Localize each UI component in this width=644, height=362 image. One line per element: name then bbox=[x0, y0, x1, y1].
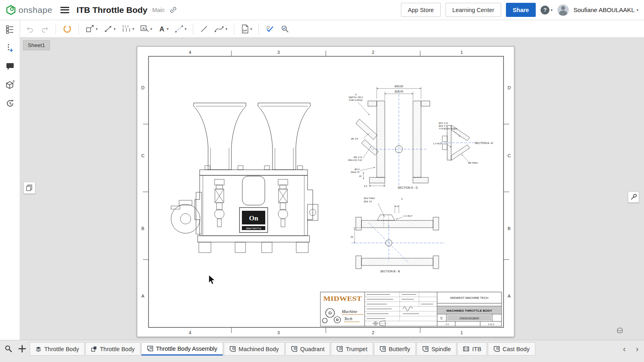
gears-icon bbox=[322, 309, 341, 323]
chevron-down-icon: ▾ bbox=[167, 27, 169, 31]
drawing-icon bbox=[147, 346, 153, 352]
note-d33-1: Ø3.3 bbox=[355, 168, 359, 171]
measure-check-button[interactable] bbox=[279, 23, 292, 35]
insert-view-button[interactable]: ▾ bbox=[84, 23, 99, 35]
spline-button[interactable]: ▾ bbox=[213, 23, 229, 35]
sheet-count: 1 of 2 bbox=[488, 323, 494, 325]
tab-spindle[interactable]: Spindle bbox=[417, 342, 456, 356]
scroll-tabs-left-button[interactable]: ‹ bbox=[619, 343, 630, 355]
line-button[interactable] bbox=[198, 23, 210, 35]
onshape-logo[interactable]: onshape bbox=[6, 5, 52, 15]
tab-label: Spindle bbox=[431, 346, 451, 352]
dim-bore-dia: Ø29.99 bbox=[395, 90, 403, 93]
insert-point-button[interactable] bbox=[5, 43, 15, 53]
sheet-border bbox=[143, 51, 509, 333]
dim-outer-dia: Ø43.69 bbox=[395, 85, 403, 88]
projection-symbol bbox=[372, 321, 388, 326]
chevron-down-icon: ▾ bbox=[96, 27, 98, 31]
learning-center-button[interactable]: Learning Center bbox=[446, 3, 501, 17]
callout-button[interactable]: A ▾ bbox=[138, 23, 154, 35]
sketch-check-button[interactable] bbox=[264, 23, 277, 35]
tab-butterfly[interactable]: Butterfly bbox=[374, 342, 416, 356]
dimension-button[interactable]: ▾ bbox=[102, 23, 118, 35]
svg-text:A: A bbox=[142, 26, 145, 30]
zone-col-label: 3 bbox=[277, 330, 280, 335]
note-d5-2: M6x1.00 ↧10 bbox=[348, 159, 362, 161]
release-stamp-icon[interactable] bbox=[614, 326, 625, 336]
dim-16: 16 bbox=[359, 175, 361, 177]
tab-throttle-body-assembly[interactable]: Throttle Body bbox=[85, 342, 140, 356]
drawing-icon bbox=[229, 346, 236, 352]
video-icon bbox=[463, 346, 469, 352]
section-bb-view[interactable]: Ø14 THRU Ø16 ↧5 5 1 X 45.0° 39 SECTION B… bbox=[351, 197, 445, 273]
workspace-label[interactable]: Main bbox=[152, 7, 164, 13]
ordinate-dimension-button[interactable]: 0 1 2 ▾ bbox=[120, 23, 136, 35]
tab-scroll-controls: ‹ › bbox=[617, 342, 642, 356]
aa-note-1: Ø13 ↧12 bbox=[439, 122, 448, 124]
drawing-canvas[interactable]: Sheet1 4 3 2 1 bbox=[20, 38, 644, 340]
top-bar: onshape ITB Throttle Body Main App Store… bbox=[0, 0, 644, 20]
drawing-icon bbox=[422, 346, 429, 352]
tab-label: Butterfly bbox=[389, 346, 410, 352]
zone-col-label: 4 bbox=[189, 50, 191, 55]
front-view[interactable]: On 45MM THROTTLE bbox=[171, 103, 318, 253]
document-title: ITB Throttle Body bbox=[76, 5, 147, 15]
zone-col-label: 4 bbox=[189, 330, 191, 335]
zone-row-label: C bbox=[508, 153, 511, 158]
drawing-icon bbox=[493, 346, 500, 352]
sheets-panel-toggle[interactable] bbox=[23, 182, 35, 194]
sheet-tab[interactable]: Sheet1 bbox=[23, 40, 50, 50]
user-menu[interactable]: Soufiane ABOULAAKL ▾ bbox=[574, 6, 638, 13]
centerline-button[interactable]: ▾ bbox=[173, 23, 188, 35]
logo-machine-text: Machine bbox=[341, 309, 357, 314]
parts-lookup-button[interactable]: ? bbox=[5, 80, 15, 90]
menu-icon[interactable] bbox=[60, 7, 69, 13]
help-icon: ? bbox=[541, 6, 549, 14]
aa-d9-thru: Ø9 THRU bbox=[468, 162, 478, 164]
signature-scribble bbox=[403, 307, 413, 311]
redo-button[interactable] bbox=[39, 23, 51, 35]
chevron-down-icon: ▾ bbox=[132, 27, 134, 31]
tab-itb-video[interactable]: ITB bbox=[457, 342, 487, 356]
update-versions-button[interactable] bbox=[61, 23, 74, 35]
tab-throttle-body-partstudio[interactable]: Throttle Body bbox=[30, 342, 85, 356]
tab-cast-body[interactable]: Cast Body bbox=[488, 342, 535, 356]
assembly-icon bbox=[91, 346, 97, 352]
share-link-icon[interactable] bbox=[169, 6, 177, 14]
tab-throttle-body-assembly-drawing[interactable]: Throttle Body Assembly bbox=[141, 342, 223, 356]
sheet-size: C bbox=[440, 316, 443, 320]
title-block[interactable]: MIDWEST Machine Tech MIDWEST MACHINE TEC… bbox=[320, 292, 502, 326]
section-aa-view[interactable]: Ø13 ↧12 Ø16 ↧7 TYP BOTH SIDES 1 X 45.0° … bbox=[433, 122, 493, 164]
comments-button[interactable] bbox=[5, 61, 15, 72]
tab-trumpet[interactable]: Trumpet bbox=[331, 342, 373, 356]
tab-machined-body[interactable]: Machined Body bbox=[224, 342, 285, 356]
sheet-list-button[interactable] bbox=[5, 24, 15, 35]
zone-col-label: 3 bbox=[277, 50, 280, 55]
export-dxf-button[interactable]: DXF ▾ bbox=[239, 23, 254, 35]
drawing-sheet[interactable]: 4 3 2 1 4 3 2 1 D C B A D C B A bbox=[137, 46, 514, 337]
svg-text:?: ? bbox=[12, 80, 15, 84]
section-dd-view[interactable]: Ø43.69 Ø29.99 6 DEPTH / R0.3 FOR O-RING … bbox=[348, 85, 430, 189]
left-rail: ? bbox=[0, 20, 20, 340]
tab-quadrant[interactable]: Quadrant bbox=[285, 342, 330, 356]
tab-label: Machined Body bbox=[239, 346, 279, 352]
help-menu[interactable]: ? ▾ bbox=[541, 6, 553, 14]
search-tabs-button[interactable] bbox=[2, 342, 14, 355]
add-tab-button[interactable] bbox=[16, 342, 28, 355]
history-button[interactable] bbox=[5, 98, 15, 109]
svg-text:A: A bbox=[159, 25, 164, 33]
undo-button[interactable] bbox=[24, 23, 36, 35]
scroll-tabs-right-button[interactable]: › bbox=[632, 343, 642, 355]
avatar[interactable] bbox=[557, 4, 569, 16]
body-logo-subtext: 45MM THROTTLE bbox=[246, 228, 261, 230]
drawing-settings-button[interactable] bbox=[628, 191, 639, 203]
company-name: MIDWEST MACHINE TECH bbox=[450, 296, 488, 300]
app-store-button[interactable]: App Store bbox=[401, 3, 441, 17]
text-note-button[interactable]: A ▾ bbox=[156, 23, 170, 35]
share-button[interactable]: Share bbox=[506, 3, 536, 17]
zone-row-label: A bbox=[508, 294, 511, 298]
part-studio-icon bbox=[35, 346, 41, 352]
onshape-logo-icon bbox=[6, 5, 16, 15]
chevron-down-icon: ▾ bbox=[114, 27, 116, 31]
logo-text: onshape bbox=[19, 5, 52, 15]
